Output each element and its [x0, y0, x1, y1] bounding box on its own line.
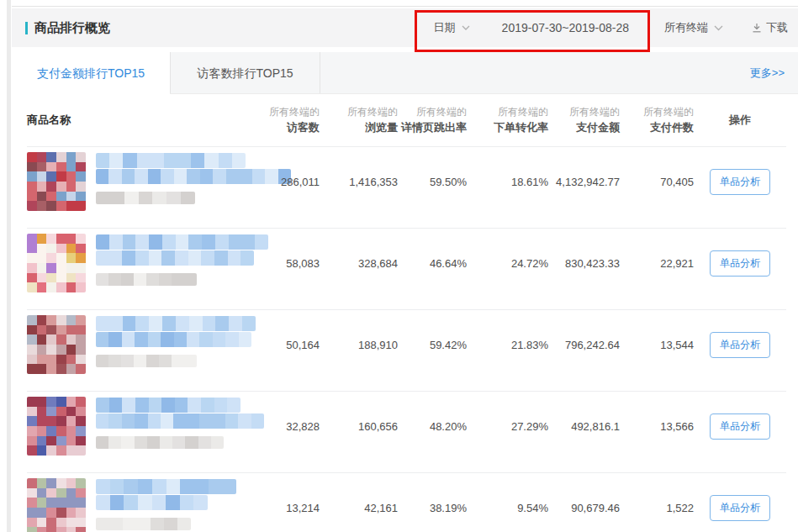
action-cell: 单品分析 [694, 495, 786, 521]
table-row: 286,011 1,416,353 59.50% 18.61% 4,132,94… [27, 146, 786, 228]
download-icon [752, 23, 762, 33]
date-filter-label: 日期 [434, 20, 456, 35]
action-cell: 单品分析 [694, 250, 786, 277]
header-cell-visitors: 所有终端的 访客数 [239, 94, 320, 146]
panel-header: 商品排行概览 日期 2019-07-30~2019-08-28 所有终端 [12, 8, 798, 47]
bounce-rate-value: 59.42% [398, 339, 467, 351]
tab-bar: 支付金额排行TOP15 访客数排行TOP15 更多>> [12, 52, 798, 94]
header-cell-payment-items: 所有终端的 支付件数 [620, 94, 694, 146]
product-meta-redacted [96, 192, 195, 204]
payment-amount-value: 830,423.33 [548, 257, 620, 270]
pageviews-value: 188,910 [320, 339, 398, 351]
order-conversion-value: 9.54% [467, 502, 548, 514]
product-rank-table: 商品名称 所有终端的 访客数 所有终端的 浏览量 所有终端的 详情页跳出率 所有… [27, 94, 786, 532]
left-gutter-divider [7, 0, 11, 532]
product-title-redacted [96, 250, 254, 266]
pageviews-value: 1,416,353 [320, 176, 398, 188]
table-row: 13,214 42,161 38.19% 9.54% 90,679.46 1,5… [27, 472, 786, 532]
table-body: 286,011 1,416,353 59.50% 18.61% 4,132,94… [27, 146, 786, 532]
header-cell-action: 操作 [694, 94, 786, 146]
product-meta-redacted [96, 273, 197, 286]
item-analysis-button[interactable]: 单品分析 [710, 495, 770, 521]
order-conversion-value: 24.72% [467, 257, 548, 270]
item-analysis-button[interactable]: 单品分析 [710, 332, 770, 358]
chevron-down-icon [462, 25, 470, 30]
page: 商品排行概览 日期 2019-07-30~2019-08-28 所有终端 [0, 0, 798, 532]
download-label: 下载 [766, 20, 788, 35]
payment-amount-value: 4,132,942.77 [548, 176, 620, 188]
product-thumbnail [27, 397, 86, 456]
product-title-redacted [96, 153, 246, 168]
payment-amount-value: 492,816.1 [548, 420, 620, 433]
product-meta-redacted [96, 355, 197, 367]
header-cell-order-conversion: 所有终端的 下单转化率 [467, 94, 548, 146]
item-analysis-button[interactable]: 单品分析 [710, 169, 770, 195]
action-cell: 单品分析 [694, 413, 786, 440]
product-thumbnail [27, 478, 86, 532]
visitors-value: 286,011 [239, 176, 320, 188]
tab-payment-amount-rank[interactable]: 支付金额排行TOP15 [12, 52, 171, 93]
product-text-redacted [96, 315, 256, 374]
bounce-rate-value: 38.19% [398, 502, 467, 514]
header-cell-bounce-rate: 所有终端的 详情页跳出率 [398, 94, 467, 146]
payment-items-value: 13,544 [620, 339, 694, 351]
payment-items-value: 70,405 [620, 176, 694, 188]
payment-amount-value: 90,679.46 [548, 502, 620, 514]
product-cell [27, 152, 239, 211]
table-row: 58,083 328,684 46.64% 24.72% 830,423.33 … [27, 228, 786, 309]
table-row: 50,164 188,910 59.42% 21.83% 796,242.64 … [27, 309, 786, 391]
visitors-value: 58,083 [239, 257, 320, 270]
product-cell [27, 478, 239, 532]
header-cell-payment-amount: 所有终端的 支付金额 [548, 94, 620, 146]
item-analysis-button[interactable]: 单品分析 [710, 250, 770, 277]
panel-title-text: 商品排行概览 [34, 20, 110, 36]
payment-items-value: 13,566 [620, 420, 694, 433]
date-range-value[interactable]: 2019-07-30~2019-08-28 [502, 21, 629, 34]
download-button[interactable]: 下载 [752, 20, 788, 35]
terminal-filter-dropdown[interactable]: 所有终端 [664, 20, 723, 35]
product-text-redacted [96, 478, 236, 532]
header-controls: 日期 2019-07-30~2019-08-28 所有终端 [434, 20, 788, 35]
product-meta-redacted [96, 436, 224, 449]
header-cell-product-name: 商品名称 [27, 94, 239, 146]
panel-title: 商品排行概览 [25, 20, 110, 36]
action-cell: 单品分析 [694, 332, 786, 358]
visitors-value: 50,164 [239, 339, 320, 351]
payment-items-value: 22,921 [620, 257, 694, 270]
terminal-filter-label: 所有终端 [664, 20, 708, 35]
visitors-value: 13,214 [239, 502, 320, 514]
payment-items-value: 1,522 [620, 502, 694, 514]
more-link[interactable]: 更多>> [750, 66, 798, 81]
order-conversion-value: 21.83% [467, 339, 548, 351]
date-filter-dropdown[interactable]: 日期 [434, 20, 470, 35]
accent-bar [25, 22, 28, 34]
product-cell [27, 397, 239, 456]
product-thumbnail [27, 234, 86, 292]
product-rank-panel: 商品排行概览 日期 2019-07-30~2019-08-28 所有终端 [12, 8, 798, 532]
product-cell [27, 315, 239, 374]
product-title-redacted [96, 398, 240, 413]
product-title-redacted [96, 479, 236, 494]
pageviews-value: 160,656 [320, 420, 398, 433]
product-title-redacted [96, 332, 251, 347]
pageviews-value: 328,684 [320, 257, 398, 270]
item-analysis-button[interactable]: 单品分析 [710, 413, 770, 440]
order-conversion-value: 18.61% [467, 176, 548, 188]
product-meta-redacted [96, 518, 191, 530]
bounce-rate-value: 48.20% [398, 420, 467, 433]
product-title-redacted [96, 316, 256, 331]
pageviews-value: 42,161 [320, 502, 398, 514]
action-cell: 单品分析 [694, 169, 786, 195]
chevron-down-icon [714, 25, 723, 31]
order-conversion-value: 27.29% [467, 420, 548, 433]
table-header-row: 商品名称 所有终端的 访客数 所有终端的 浏览量 所有终端的 详情页跳出率 所有… [27, 94, 786, 146]
bounce-rate-value: 46.64% [398, 257, 467, 270]
tab-visitor-count-rank[interactable]: 访客数排行TOP15 [171, 52, 320, 93]
product-thumbnail [27, 152, 86, 211]
header-cell-pageviews: 所有终端的 浏览量 [320, 94, 398, 146]
payment-amount-value: 796,242.64 [548, 339, 620, 351]
product-thumbnail [27, 315, 86, 374]
top-divider [12, 6, 798, 7]
product-cell [27, 234, 239, 292]
bounce-rate-value: 59.50% [398, 176, 467, 188]
